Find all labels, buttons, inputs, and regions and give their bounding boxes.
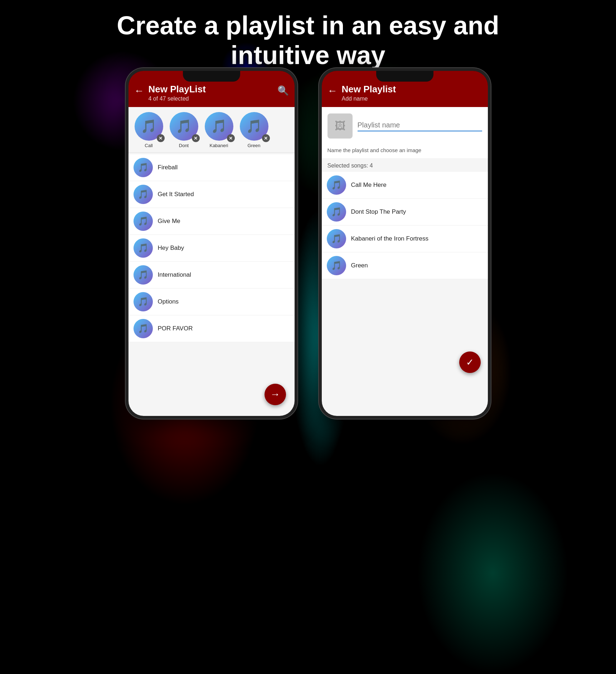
remove-thumb-button[interactable]: ✕ (157, 134, 165, 142)
song-icon: 🎵 (134, 158, 153, 177)
song-info: Call Me Here (351, 181, 483, 189)
thumb-img-wrap: 🎵 ✕ (240, 112, 268, 141)
remove-thumb-button[interactable]: ✕ (227, 134, 235, 142)
song-list-item[interactable]: 🎵 Options (128, 288, 295, 315)
selected-songs-header: Selected songs: 4 (322, 158, 488, 172)
song-icon: 🎵 (134, 265, 153, 285)
playlist-name-input-wrap (358, 121, 482, 131)
headline-line1: Create a playlist in an easy and (21, 11, 595, 40)
song-info: Options (158, 298, 290, 305)
song-icon: 🎵 (134, 238, 153, 258)
song-title: Hey Baby (158, 244, 290, 252)
phone2-back-button[interactable]: ← (328, 85, 338, 97)
search-icon[interactable]: 🔍 (277, 85, 289, 96)
song-title: Fireball (158, 164, 290, 171)
song-icon: 🎵 (327, 202, 346, 222)
song-info: Give Me (158, 218, 290, 225)
phone2-title: New Playlist (342, 84, 482, 95)
phone2-appbar-titles: New Playlist Add name (342, 84, 482, 102)
divider (128, 152, 295, 153)
song-title: Kabaneri of the Iron Fortress (351, 235, 483, 242)
playlist-name-input[interactable] (358, 121, 482, 129)
selected-thumb: 🎵 ✕ Green (238, 112, 270, 148)
song-icon: 🎵 (134, 185, 153, 204)
song-info: International (158, 271, 290, 278)
song-list-item[interactable]: 🎵 International (128, 262, 295, 288)
playlist-image-placeholder[interactable]: 🖼 (328, 113, 353, 139)
song-info: Dont Stop The Party (351, 208, 483, 215)
selected-thumb: 🎵 ✕ Dont (168, 112, 200, 148)
selected-thumb: 🎵 ✕ Call (133, 112, 165, 148)
selected-song-item[interactable]: 🎵 Kabaneri of the Iron Fortress (322, 226, 488, 252)
song-title: Call Me Here (351, 181, 483, 189)
song-title: Dont Stop The Party (351, 208, 483, 215)
song-list: 🎵 Fireball 🎵 Get It Started 🎵 Give Me 🎵 … (128, 154, 295, 416)
song-list-item[interactable]: 🎵 POR FAVOR (128, 315, 295, 342)
song-info: Get It Started (158, 191, 290, 198)
song-icon: 🎵 (134, 319, 153, 338)
phone1-title: New PlayList (149, 84, 273, 95)
thumb-img-wrap: 🎵 ✕ (205, 112, 233, 141)
song-list-item[interactable]: 🎵 Hey Baby (128, 235, 295, 262)
song-info: Kabaneri of the Iron Fortress (351, 235, 483, 242)
phone1-subtitle: 4 of 47 selected (149, 96, 273, 102)
thumb-img-wrap: 🎵 ✕ (170, 112, 198, 141)
song-title: POR FAVOR (158, 325, 290, 332)
thumb-label: Kabaneri (209, 143, 228, 148)
headline-line2: intuitive way (21, 40, 595, 70)
next-fab-button[interactable]: → (265, 384, 286, 405)
confirm-fab-button[interactable]: ✓ (459, 351, 481, 373)
song-list-item[interactable]: 🎵 Give Me (128, 208, 295, 235)
selected-song-item[interactable]: 🎵 Dont Stop The Party (322, 199, 488, 226)
selected-song-item[interactable]: 🎵 Call Me Here (322, 172, 488, 199)
phone2-content: 🖼 Name the playlist and choose an image … (322, 107, 488, 416)
song-info: Green (351, 262, 483, 269)
song-info: Fireball (158, 164, 290, 171)
song-title: International (158, 271, 290, 278)
thumb-label: Dont (179, 143, 189, 148)
thumb-img-wrap: 🎵 ✕ (135, 112, 163, 141)
thumb-label: Green (247, 143, 260, 148)
song-title: Get It Started (158, 191, 290, 198)
song-info: Hey Baby (158, 244, 290, 252)
phone2-notch (376, 71, 433, 82)
song-title: Give Me (158, 218, 290, 225)
phone-2: ← New Playlist Add name 🖼 Name the playl… (319, 68, 491, 419)
song-title: Options (158, 298, 290, 305)
remove-thumb-button[interactable]: ✕ (192, 134, 200, 142)
remove-thumb-button[interactable]: ✕ (262, 134, 270, 142)
phone1-appbar-titles: New PlayList 4 of 47 selected (149, 84, 273, 102)
song-list-item[interactable]: 🎵 Fireball (128, 154, 295, 181)
phone-1: ← New PlayList 4 of 47 selected 🔍 🎵 ✕ Ca… (126, 68, 297, 419)
song-icon: 🎵 (327, 256, 346, 275)
thumb-label: Call (145, 143, 152, 148)
song-list-item[interactable]: 🎵 Get It Started (128, 181, 295, 208)
song-info: POR FAVOR (158, 325, 290, 332)
selected-thumb: 🎵 ✕ Kabaneri (203, 112, 235, 148)
phones-container: ← New PlayList 4 of 47 selected 🔍 🎵 ✕ Ca… (126, 68, 491, 419)
selected-songs-section: Selected songs: 4 🎵 Call Me Here 🎵 Dont … (322, 158, 488, 416)
phone1-back-button[interactable]: ← (134, 85, 144, 97)
phone1-notch (183, 71, 240, 82)
selected-song-item[interactable]: 🎵 Green (322, 252, 488, 279)
phone2-subtitle: Add name (342, 96, 482, 102)
playlist-hint: Name the playlist and choose an image (322, 144, 488, 158)
song-icon: 🎵 (327, 229, 346, 248)
headline: Create a playlist in an easy and intuiti… (0, 11, 616, 70)
song-icon: 🎵 (134, 212, 153, 231)
playlist-name-section: 🖼 (322, 107, 488, 144)
selected-songs-list: 🎵 Call Me Here 🎵 Dont Stop The Party 🎵 K… (322, 172, 488, 279)
selected-tracks-row: 🎵 ✕ Call 🎵 ✕ Dont 🎵 ✕ Kabaneri 🎵 ✕ Green (128, 107, 295, 151)
phone1-content: 🎵 ✕ Call 🎵 ✕ Dont 🎵 ✕ Kabaneri 🎵 ✕ Green (128, 107, 295, 416)
song-title: Green (351, 262, 483, 269)
song-icon: 🎵 (134, 292, 153, 311)
song-icon: 🎵 (327, 175, 346, 195)
